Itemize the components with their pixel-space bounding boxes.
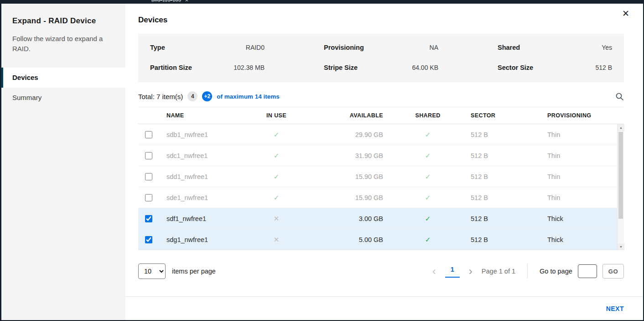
cell-provisioning: Thin — [526, 173, 624, 180]
max-items-text: of maximum 14 items — [217, 93, 279, 100]
cell-name: sdf1_nwfree1 — [159, 215, 260, 222]
table-row[interactable]: sdc1_nwfree1 ✓ 31.90 GB ✓ 512 B Thin — [138, 145, 624, 166]
wizard-title: Expand - RAID Device — [12, 16, 114, 26]
goto-page-label: Go to page — [540, 268, 572, 275]
page-size-select[interactable]: 10 — [138, 263, 166, 279]
cell-name: sdc1_nwfree1 — [159, 152, 260, 159]
cell-sector: 512 B — [467, 194, 526, 201]
cell-sector: 512 B — [467, 131, 526, 138]
wizard-description: Follow the wizard to expand a RAID. — [12, 34, 108, 54]
row-checkbox[interactable] — [145, 194, 152, 201]
page-title: Devices — [138, 16, 624, 25]
expand-raid-wizard-dialog: Expand - RAID Device Follow the wizard t… — [1, 4, 643, 320]
cell-available: 5.00 GB — [293, 236, 389, 243]
column-header-name: NAME — [159, 112, 260, 119]
scrollbar-thumb[interactable] — [618, 132, 623, 219]
pagination-bar: 10 items per page ‹ 1 › Page 1 of 1 Go t… — [138, 262, 624, 280]
goto-page-group: Go to page GO — [527, 264, 624, 279]
cell-available: 29.90 GB — [293, 131, 389, 138]
in-use-check-icon: ✓ — [260, 173, 293, 181]
cell-sector: 512 B — [467, 236, 526, 243]
cell-available: 15.90 GB — [293, 194, 389, 201]
vertical-scrollbar[interactable]: ▲ ▼ — [617, 124, 624, 250]
current-page-button[interactable]: 1 — [445, 265, 460, 278]
total-row: Total: 7 item(s) 4 +2 of maximum 14 item… — [138, 91, 624, 101]
row-checkbox[interactable] — [145, 236, 152, 243]
table-row[interactable]: sdf1_nwfree1 ✕ 3.00 GB ✓ 512 B Thick — [138, 208, 624, 229]
scroll-down-icon[interactable]: ▼ — [618, 243, 624, 250]
table-header-row: NAME IN USE AVAILABLE SHARED SECTOR PROV… — [138, 107, 624, 124]
summary-value: NA — [430, 44, 438, 51]
row-checkbox[interactable] — [145, 215, 152, 222]
close-icon[interactable]: ✕ — [622, 9, 629, 18]
wizard-footer: NEXT — [125, 296, 643, 320]
summary-value: 64.00 KB — [412, 64, 438, 71]
summary-label: Partition Size — [150, 64, 192, 71]
cell-name: sde1_nwfree1 — [159, 194, 260, 201]
shared-check-icon: ✓ — [389, 236, 467, 244]
summary-value: 102.38 MB — [234, 64, 265, 71]
summary-value: RAID0 — [246, 44, 265, 51]
in-use-cross-icon: ✕ — [260, 215, 293, 223]
shared-check-icon: ✓ — [389, 173, 467, 181]
cell-provisioning: Thick — [526, 236, 624, 243]
go-button[interactable]: GO — [602, 264, 624, 279]
next-button[interactable]: NEXT — [606, 305, 624, 312]
existing-count-badge: 4 — [187, 91, 197, 101]
cell-sector: 512 B — [467, 173, 526, 180]
summary-item-provisioning: Provisioning NA — [324, 44, 438, 51]
in-use-check-icon: ✓ — [260, 152, 293, 160]
row-checkbox[interactable] — [145, 131, 152, 138]
cell-name: sdb1_nwfree1 — [159, 131, 260, 138]
step-summary-label: Summary — [12, 94, 42, 101]
in-use-check-icon: ✓ — [260, 194, 293, 202]
table-row[interactable]: sdd1_nwfree1 ✓ 15.90 GB ✓ 512 B Thin — [138, 166, 624, 187]
next-page-icon[interactable]: › — [469, 266, 473, 277]
summary-label: Provisioning — [324, 44, 364, 51]
in-use-cross-icon: ✕ — [260, 236, 293, 244]
cell-provisioning: Thin — [526, 152, 624, 159]
cell-sector: 512 B — [467, 215, 526, 222]
column-header-in-use: IN USE — [260, 112, 293, 119]
goto-page-input[interactable] — [578, 264, 597, 278]
cell-provisioning: Thin — [526, 194, 624, 201]
summary-value: 512 B — [595, 64, 612, 71]
column-header-provisioning: PROVISIONING — [526, 112, 624, 119]
step-summary[interactable]: Summary — [1, 88, 125, 108]
cell-name: sdg1_nwfree1 — [159, 236, 260, 243]
items-per-page-label: items per page — [172, 268, 216, 275]
column-header-available: AVAILABLE — [293, 112, 389, 119]
table-row[interactable]: sdg1_nwfree1 ✕ 5.00 GB ✓ 512 B Thick — [138, 229, 624, 250]
summary-label: Stripe Size — [324, 64, 358, 71]
summary-value: Yes — [602, 44, 612, 51]
search-icon[interactable] — [615, 92, 624, 101]
in-use-check-icon: ✓ — [260, 131, 293, 139]
shared-check-icon: ✓ — [389, 194, 467, 202]
cell-available: 15.90 GB — [293, 173, 389, 180]
step-devices-label: Devices — [12, 74, 38, 81]
cell-name: sdd1_nwfree1 — [159, 173, 260, 180]
column-header-shared: SHARED — [389, 112, 467, 119]
scroll-up-icon[interactable]: ▲ — [618, 124, 624, 131]
step-devices[interactable]: Devices — [1, 68, 125, 88]
pager: ‹ 1 › Page 1 of 1 — [432, 265, 515, 278]
cell-sector: 512 B — [467, 152, 526, 159]
table-row[interactable]: sde1_nwfree1 ✓ 15.90 GB ✓ 512 B Thin — [138, 187, 624, 208]
background-tab-close-icon: ✕ — [185, 0, 189, 3]
raid-summary-panel: Type RAID0 Provisioning NA Shared Yes Pa… — [138, 34, 624, 82]
prev-page-icon[interactable]: ‹ — [432, 266, 436, 277]
background-page-strip: bird-113-105✕ — [0, 0, 644, 4]
page-info-text: Page 1 of 1 — [482, 268, 515, 275]
total-count-text: Total: 7 item(s) — [138, 93, 183, 100]
shared-check-icon: ✓ — [389, 131, 467, 139]
wizard-sidebar: Expand - RAID Device Follow the wizard t… — [1, 4, 125, 320]
background-tab-fragment: bird-113-105✕ — [151, 0, 189, 3]
summary-item-partition-size: Partition Size 102.38 MB — [150, 64, 265, 71]
summary-label: Type — [150, 44, 165, 51]
summary-item-stripe-size: Stripe Size 64.00 KB — [324, 64, 438, 71]
summary-item-sector-size: Sector Size 512 B — [498, 64, 612, 71]
row-checkbox[interactable] — [145, 173, 152, 180]
table-row[interactable]: sdb1_nwfree1 ✓ 29.90 GB ✓ 512 B Thin — [138, 124, 624, 145]
shared-check-icon: ✓ — [389, 152, 467, 160]
row-checkbox[interactable] — [145, 152, 152, 159]
